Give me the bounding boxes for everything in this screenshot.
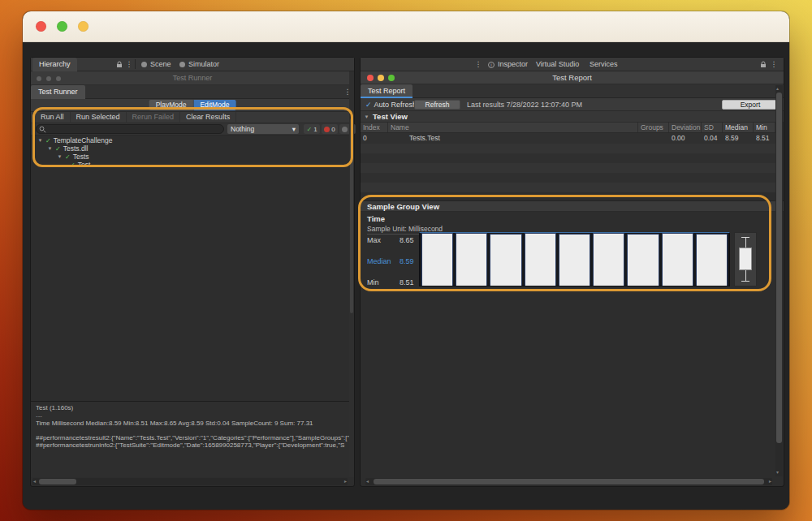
column-header-groups[interactable]: Groups <box>638 123 669 132</box>
tab-test-report[interactable]: Test Report <box>361 84 412 98</box>
sample-bar <box>525 233 556 286</box>
output-line: ##performancetestruninfo2:{"TestSuite":"… <box>36 441 349 450</box>
run-all-button[interactable]: Run All <box>35 112 71 123</box>
column-header-sd[interactable]: SD <box>702 123 723 132</box>
column-header-name[interactable]: Name <box>388 123 638 132</box>
column-header-min[interactable]: Min <box>754 123 775 132</box>
foldout-arrow-icon[interactable]: ▼ <box>37 138 43 143</box>
fail-filter-toggle[interactable]: 0 <box>322 124 338 134</box>
sample-bar <box>627 234 659 286</box>
stat-median: Median 8.59 <box>367 257 414 265</box>
tab-divider <box>135 59 136 69</box>
horizontal-scrollbar[interactable]: ◂ ▸ <box>32 478 348 485</box>
pass-filter-toggle[interactable]: ✓ 1 <box>304 124 320 134</box>
sample-bars[interactable] <box>419 232 730 286</box>
column-header-index[interactable]: Index <box>361 123 388 132</box>
scrollbar-thumb[interactable] <box>39 479 76 484</box>
rerun-failed-button[interactable]: Rerun Failed <box>127 112 181 123</box>
zoom-button[interactable] <box>57 21 67 32</box>
scroll-left-icon[interactable]: ◂ <box>33 478 36 485</box>
editmode-button[interactable]: EditMode <box>193 100 235 110</box>
scene-icon <box>141 62 147 67</box>
scroll-right-icon[interactable]: ▸ <box>344 478 347 485</box>
vertical-scrollbar[interactable] <box>349 71 354 477</box>
stat-value: 8.51 <box>400 278 414 286</box>
inactive-window-title: Test Runner <box>31 71 354 85</box>
menu-kebab-icon[interactable]: ⋮ <box>474 58 482 71</box>
test-report-panel: ⋮ i Inspector Virtual Studio Services ⋮ <box>360 57 784 487</box>
search-icon <box>39 126 46 133</box>
inactive-close-button[interactable] <box>37 76 41 81</box>
close-button[interactable] <box>367 75 374 81</box>
tab-hierarchy[interactable]: Hierarchy <box>32 58 77 71</box>
zoom-button[interactable] <box>388 75 395 81</box>
test-view-foldout[interactable]: ▼ Test View <box>361 111 784 123</box>
scroll-down-icon[interactable]: ▾ <box>776 469 779 476</box>
empty-table-row <box>361 153 775 163</box>
tab-scene[interactable]: Scene <box>137 58 175 71</box>
export-button[interactable]: Export <box>722 100 779 110</box>
search-input[interactable] <box>36 124 224 134</box>
minimize-button[interactable] <box>78 21 89 32</box>
clear-results-button[interactable]: Clear Results <box>180 112 236 123</box>
column-header-deviation[interactable]: Deviation <box>669 123 702 132</box>
run-selected-button[interactable]: Run Selected <box>71 112 127 123</box>
tree-item-test[interactable]: ✓ Test <box>31 161 354 169</box>
playmode-button[interactable]: PlayMode <box>149 100 194 110</box>
test-report-tabrow: Test Report ⋮ <box>361 84 784 98</box>
auto-refresh-checkbox[interactable]: ✓ Auto Refresh <box>365 98 417 111</box>
category-filter-dropdown[interactable]: Nothing ▾ <box>227 124 299 134</box>
tab-simulator[interactable]: Simulator <box>175 58 223 71</box>
sample-group-view-title: Sample Group View <box>367 202 439 211</box>
scrollbar-thumb[interactable] <box>776 93 782 443</box>
scrollbar-thumb[interactable] <box>350 118 353 313</box>
tree-item-templatechallenge[interactable]: ▼ ✓ TemplateChallenge <box>31 136 354 144</box>
last-results-text: Last results 7/28/2022 12:07:40 PM <box>467 98 582 111</box>
left-dock-tabstrip: Hierarchy ⋮ Scene Simulator <box>31 58 354 71</box>
foldout-arrow-icon[interactable]: ▼ <box>57 154 63 159</box>
cell-deviation: 0.00 <box>669 133 702 144</box>
inactive-zoom-button[interactable] <box>56 76 61 81</box>
scrollbar-thumb[interactable] <box>374 479 764 484</box>
foldout-arrow-icon[interactable]: ▼ <box>47 146 53 151</box>
test-result-output: Test (1.160s) --- Time Millisecond Media… <box>31 401 354 477</box>
tab-inspector[interactable]: i Inspector <box>484 58 532 71</box>
output-line: Time Millisecond Median:8.59 Min:8.51 Ma… <box>36 420 349 428</box>
lock-icon[interactable] <box>116 61 123 68</box>
tab-virtual-studio[interactable]: Virtual Studio <box>532 58 583 71</box>
inactive-minimize-button[interactable] <box>46 76 51 81</box>
inactive-window-titlebar[interactable]: Test Runner <box>31 71 354 85</box>
test-report-window-titlebar[interactable]: Test Report <box>361 71 784 84</box>
lock-icon[interactable] <box>760 61 767 68</box>
refresh-button[interactable]: Refresh <box>414 100 460 110</box>
menu-kebab-icon[interactable]: ⋮ <box>770 58 778 71</box>
tab-label: Inspector <box>498 58 528 71</box>
close-button[interactable] <box>36 21 46 32</box>
menu-kebab-icon[interactable]: ⋮ <box>125 58 133 71</box>
tree-item-tests-dll[interactable]: ▼ ✓ Tests.dll <box>31 144 354 153</box>
table-row[interactable]: 0 Tests.Test 0.00 0.04 8.59 8.51 <box>361 133 775 144</box>
skip-icon <box>342 127 348 132</box>
window-titlebar[interactable] <box>23 11 789 42</box>
test-runner-tabrow: Test Runner ⋮ <box>31 85 354 99</box>
results-table-header: Index Name Groups Deviation SD Median Mi… <box>361 123 775 133</box>
tab-test-runner[interactable]: Test Runner <box>31 85 85 99</box>
cell-index: 0 <box>361 133 388 144</box>
stat-min: Min 8.51 <box>367 278 414 286</box>
vertical-scrollbar[interactable]: ▴ ▾ <box>775 85 783 476</box>
minimize-button[interactable] <box>378 75 384 81</box>
pass-count: 1 <box>313 126 317 133</box>
pass-check-icon: ✓ <box>70 161 76 169</box>
tree-item-tests[interactable]: ▼ ✓ Tests <box>31 153 354 161</box>
column-header-median[interactable]: Median <box>723 123 754 132</box>
horizontal-scrollbar[interactable]: ◂ ▸ <box>365 478 772 485</box>
sample-bar <box>421 233 453 286</box>
sample-bar <box>559 234 590 286</box>
scroll-left-icon[interactable]: ◂ <box>366 478 369 485</box>
scroll-right-icon[interactable]: ▸ <box>769 478 771 485</box>
foldout-arrow-icon[interactable]: ▼ <box>364 114 369 119</box>
sample-boxplot[interactable] <box>734 232 757 286</box>
mode-toggle-group: PlayMode EditMode <box>149 100 236 110</box>
tab-services[interactable]: Services <box>585 58 622 71</box>
scroll-up-icon[interactable]: ▴ <box>776 85 779 93</box>
